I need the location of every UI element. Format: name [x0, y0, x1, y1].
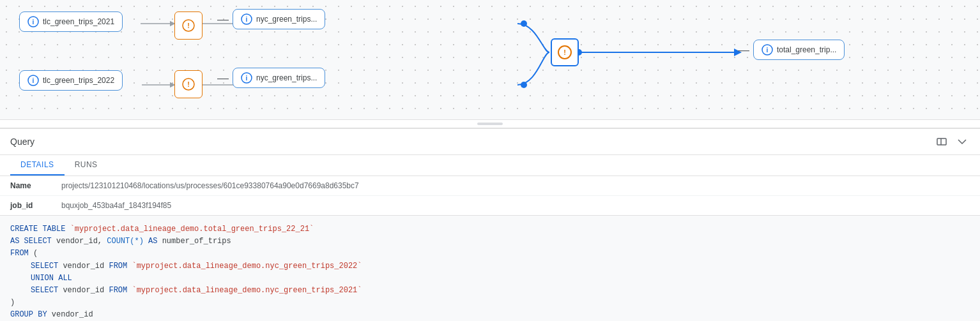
node-label: tlc_green_trips_2021 — [43, 17, 114, 26]
sql-paren-open: ( — [33, 249, 38, 258]
node-tlc-green-trips-2022[interactable]: i tlc_green_trips_2022 — [19, 70, 123, 91]
sql-select-2: SELECT — [31, 262, 58, 271]
sql-union-all: UNION ALL — [31, 274, 72, 283]
minus-icon-3: — — [217, 71, 229, 85]
collapse-icon[interactable] — [954, 134, 970, 149]
table-icon-4: i — [27, 75, 39, 86]
node-group-top: — i nyc_green_trips... — [217, 9, 325, 29]
table-icon-2: i — [241, 13, 252, 25]
sql-line-2: AS SELECT vendor_id, COUNT(*) AS number_… — [10, 235, 970, 248]
sql-table-name-1: `myproject.data_lineage_demo.total_green… — [70, 225, 314, 234]
sql-count: COUNT(*) — [107, 237, 144, 246]
minus-icon-2: — — [738, 43, 749, 57]
svg-text:i: i — [246, 16, 248, 23]
sql-line-6: SELECT vendor_id FROM `myproject.data_li… — [10, 285, 970, 297]
svg-text:!: ! — [187, 22, 190, 29]
sql-paren-close: ) — [10, 298, 15, 307]
svg-text:!: ! — [563, 49, 566, 56]
node-nyc-green-trips-2022[interactable]: i nyc_green_trips... — [233, 9, 325, 29]
svg-text:!: ! — [187, 80, 190, 88]
query-panel: Query DETAILS RUNS Name projects/1231012… — [0, 128, 980, 321]
node-transform-1[interactable]: ! — [174, 11, 203, 40]
sql-from-1: FROM — [10, 249, 29, 258]
svg-text:i: i — [33, 19, 34, 26]
node-union[interactable]: ! — [551, 38, 579, 66]
sql-line-8: GROUP BY vendor_id — [10, 309, 970, 321]
sql-as-2: AS — [148, 237, 157, 246]
sql-table-2022: `myproject.data_lineage_demo.nyc_green_t… — [132, 262, 362, 271]
sql-vendor-id-2: vendor_id — [63, 262, 109, 271]
sql-line-4: SELECT vendor_id FROM `myproject.data_li… — [10, 260, 970, 272]
table-icon-5: i — [241, 72, 252, 84]
tab-details[interactable]: DETAILS — [10, 155, 65, 175]
svg-rect-24 — [937, 138, 946, 145]
drag-handle[interactable] — [477, 123, 503, 125]
node-group-total: — i total_green_trip... — [738, 40, 845, 60]
node-group-bottom: — i nyc_green_trips... — [217, 68, 325, 88]
svg-text:i: i — [33, 77, 34, 84]
svg-point-5 — [521, 20, 527, 27]
node-total-green-trip[interactable]: i total_green_trip... — [753, 40, 845, 60]
sql-number-of-trips: number_of_trips — [162, 237, 231, 246]
name-label: Name — [10, 181, 61, 190]
job-id-value: bquxjob_453ba4af_1843f194f85 — [61, 201, 171, 210]
sql-line-7: ) — [10, 297, 970, 309]
name-value: projects/123101210468/locations/us/proce… — [61, 181, 359, 190]
details-row-name: Name projects/123101210468/locations/us/… — [0, 176, 980, 196]
transform-icon: ! — [182, 19, 195, 32]
tab-runs[interactable]: RUNS — [65, 155, 108, 175]
dag-canvas: i tlc_green_trips_2021 ! — i nyc_green_t… — [0, 0, 980, 120]
node-label: nyc_green_trips... — [256, 73, 317, 82]
table-icon-3: i — [762, 44, 773, 56]
sql-line-5: UNION ALL — [10, 272, 970, 285]
sql-vendor-id-1: vendor_id, — [56, 237, 107, 246]
sql-select-1: SELECT — [24, 237, 52, 246]
sql-from-3: FROM — [109, 286, 127, 295]
svg-point-6 — [521, 82, 527, 88]
details-table: Name projects/123101210468/locations/us/… — [0, 176, 980, 216]
sql-group-by: GROUP BY — [10, 310, 47, 319]
transform-icon-2: ! — [182, 78, 195, 91]
node-nyc-green-trips-2021[interactable]: i nyc_green_trips... — [233, 68, 325, 88]
sql-table-2021: `myproject.data_lineage_demo.nyc_green_t… — [132, 286, 362, 295]
job-id-label: job_id — [10, 201, 61, 210]
node-label: nyc_green_trips... — [256, 15, 317, 24]
node-tlc-green-trips-2021[interactable]: i tlc_green_trips_2021 — [19, 11, 123, 32]
header-icons — [934, 134, 970, 149]
sql-panel: CREATE TABLE `myproject.data_lineage_dem… — [0, 216, 980, 321]
svg-text:i: i — [767, 47, 769, 54]
table-icon: i — [27, 16, 39, 27]
details-row-job-id: job_id bquxjob_453ba4af_1843f194f85 — [0, 196, 980, 215]
union-icon: ! — [558, 45, 572, 59]
sql-create-table: CREATE TABLE — [10, 225, 65, 234]
node-label: total_green_trip... — [777, 45, 836, 54]
tabs: DETAILS RUNS — [0, 155, 980, 176]
sql-as: AS — [10, 237, 19, 246]
query-title: Query — [10, 137, 34, 147]
sql-vendor-id-3: vendor_id — [63, 286, 109, 295]
sql-line-1: CREATE TABLE `myproject.data_lineage_dem… — [10, 223, 970, 235]
drag-handle-container — [0, 120, 980, 128]
node-label: tlc_green_trips_2022 — [43, 76, 114, 85]
node-transform-2[interactable]: ! — [174, 70, 203, 98]
query-header: Query — [0, 129, 980, 155]
expand-icon[interactable] — [934, 134, 949, 149]
sql-select-3: SELECT — [31, 286, 58, 295]
svg-text:i: i — [246, 75, 248, 82]
sql-line-3: FROM ( — [10, 248, 970, 260]
sql-from-2: FROM — [109, 262, 127, 271]
minus-icon: — — [217, 13, 229, 26]
sql-vendor-id-4: vendor_id — [52, 310, 93, 319]
